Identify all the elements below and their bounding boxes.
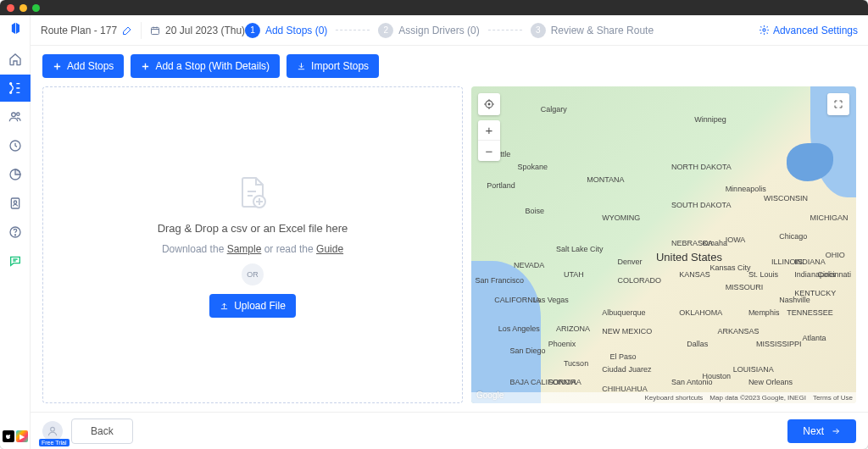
- sidebar-item-home[interactable]: [0, 46, 31, 73]
- route-name-label: Route Plan - 177: [41, 25, 117, 36]
- drop-title: Drag & Drop a csv or an Excel file here: [158, 222, 348, 235]
- map-city-label: San Diego: [509, 346, 545, 355]
- map-fullscreen-button[interactable]: [827, 93, 849, 115]
- map-city-label: Phoenix: [548, 340, 576, 348]
- or-separator: OR: [242, 263, 264, 285]
- topbar: Route Plan - 177 20 Jul 2023 (Thu) 1 Add…: [31, 15, 868, 46]
- user-icon: [47, 425, 58, 437]
- sidebar-item-schedule[interactable]: [0, 132, 31, 159]
- add-stop-details-button[interactable]: Add a Stop (With Details): [131, 54, 280, 78]
- play-store-icon[interactable]: ▶: [16, 430, 28, 442]
- minimize-window-icon[interactable]: [19, 4, 27, 12]
- map-city-label: Los Angeles: [498, 324, 540, 333]
- map-city-label: Denver: [618, 258, 643, 266]
- upload-icon: [220, 301, 229, 310]
- map-city-label: ARIZONA: [556, 324, 590, 333]
- step-separator: [488, 30, 522, 30]
- map-city-label: Atlanta: [802, 334, 826, 342]
- sidebar-item-analytics[interactable]: [0, 161, 31, 188]
- map-zoom-control: + −: [478, 120, 500, 161]
- map-city-label: NORTH DAKOTA: [671, 163, 732, 171]
- sidebar-item-addressbook[interactable]: [0, 190, 31, 217]
- map-city-label: WISCONSIN: [764, 194, 808, 202]
- map-city-label: Houston: [702, 372, 731, 380]
- svg-point-1: [9, 91, 11, 93]
- gear-icon: [759, 25, 770, 36]
- import-stops-button[interactable]: Import Stops: [287, 54, 379, 78]
- map-city-label: St. Louis: [748, 270, 778, 279]
- map-city-label: Tucson: [564, 359, 588, 368]
- svg-point-15: [51, 427, 55, 431]
- guide-link[interactable]: Guide: [316, 243, 343, 255]
- sidebar-item-chat[interactable]: [0, 247, 31, 274]
- map[interactable]: United States CalgaryWinnipegSeattleSpok…: [471, 86, 856, 403]
- step-add-stops[interactable]: 1 Add Stops (0): [245, 23, 327, 38]
- map-city-label: Calgary: [541, 105, 567, 114]
- svg-point-0: [9, 83, 11, 85]
- map-locate-button[interactable]: [478, 93, 500, 115]
- locate-icon: [483, 98, 495, 110]
- map-city-label: Dallas: [687, 340, 708, 348]
- map-city-label: OKLAHOMA: [679, 308, 722, 317]
- map-city-label: MICHIGAN: [810, 213, 849, 222]
- edit-route-name-icon[interactable]: [122, 25, 132, 36]
- map-city-label: El Paso: [609, 352, 636, 361]
- sidebar-item-routes[interactable]: [0, 75, 31, 102]
- date-label: 20 Jul 2023 (Thu): [165, 25, 245, 36]
- map-city-label: Ciudad Juarez: [602, 365, 651, 374]
- step-review-share[interactable]: 3 Review & Share Route: [531, 23, 654, 38]
- file-upload-icon: [232, 173, 273, 213]
- map-zoom-out-button[interactable]: −: [478, 141, 500, 161]
- svg-point-2: [11, 113, 15, 117]
- map-city-label: ARKANSAS: [718, 327, 760, 335]
- sample-link[interactable]: Sample: [227, 243, 262, 255]
- svg-point-7: [14, 201, 16, 203]
- sidebar-item-drivers[interactable]: [0, 103, 31, 130]
- import-icon: [297, 62, 306, 71]
- close-window-icon[interactable]: [7, 4, 14, 12]
- drop-zone[interactable]: Drag & Drop a csv or an Excel file here …: [42, 86, 463, 403]
- map-city-label: COLORADO: [618, 276, 662, 285]
- map-terms-link[interactable]: Terms of Use: [813, 394, 853, 402]
- action-toolbar: Add Stops Add a Stop (With Details) Impo…: [42, 54, 856, 78]
- window-titlebar: [0, 0, 868, 15]
- step-separator: [336, 30, 370, 30]
- add-stops-button[interactable]: Add Stops: [42, 54, 124, 78]
- divider: [141, 22, 142, 39]
- user-avatar[interactable]: Free Trial: [42, 421, 63, 441]
- map-city-label: Salt Lake City: [556, 245, 604, 253]
- advanced-settings-link[interactable]: Advanced Settings: [759, 25, 858, 36]
- map-country-label: United States: [656, 251, 722, 263]
- map-city-label: Spokane: [517, 163, 548, 171]
- fullscreen-icon: [833, 99, 843, 109]
- svg-point-14: [488, 103, 490, 105]
- app-store-icon[interactable]: [3, 430, 14, 442]
- date-picker[interactable]: 20 Jul 2023 (Thu): [150, 25, 259, 36]
- map-city-label: IOWA: [726, 236, 746, 244]
- back-button[interactable]: Back: [71, 419, 133, 444]
- sidebar-item-help[interactable]: [0, 219, 31, 246]
- map-city-label: Portland: [487, 181, 515, 190]
- sidebar: ▶: [0, 15, 31, 449]
- map-city-label: MISSISSIPPI: [756, 340, 802, 348]
- footer: Free Trial Back Next: [31, 412, 868, 449]
- svg-point-11: [763, 29, 765, 31]
- arrow-right-icon: [831, 426, 841, 436]
- wizard-stepper: 1 Add Stops (0) 2 Assign Drivers (0) 3 R…: [245, 23, 654, 38]
- map-city-label: SONORA: [548, 378, 581, 386]
- map-city-label: New Orleans: [748, 378, 793, 386]
- plus-icon: [53, 62, 62, 71]
- map-city-label: OHIO: [826, 251, 845, 259]
- svg-rect-10: [152, 27, 159, 34]
- map-city-label: WYOMING: [602, 213, 640, 222]
- step-assign-drivers[interactable]: 2 Assign Drivers (0): [378, 23, 479, 38]
- maximize-window-icon[interactable]: [32, 4, 40, 12]
- map-shortcuts-link[interactable]: Keyboard shortcuts: [644, 394, 703, 402]
- map-city-label: Kansas City: [709, 263, 750, 272]
- map-city-label: NEW MEXICO: [602, 327, 652, 335]
- svg-point-3: [16, 113, 19, 115]
- upload-file-button[interactable]: Upload File: [209, 294, 296, 318]
- next-button[interactable]: Next: [787, 419, 856, 443]
- map-zoom-in-button[interactable]: +: [478, 120, 500, 141]
- map-city-label: TENNESSEE: [787, 308, 833, 317]
